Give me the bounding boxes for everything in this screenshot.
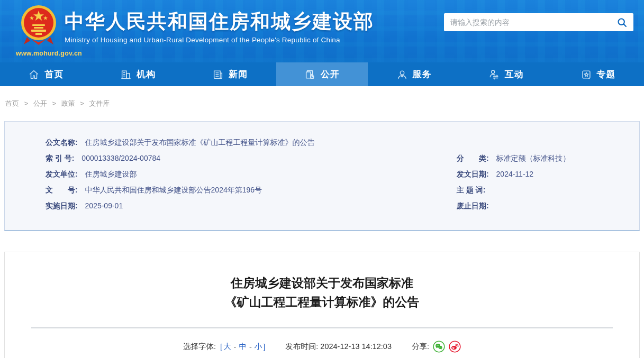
nav-item-label: 首页 xyxy=(44,68,64,80)
breadcrumb-item-home[interactable]: 首页 xyxy=(5,99,19,107)
site-url: www.mohurd.gov.cn xyxy=(16,50,61,57)
meta-row-category: 分 类: 标准定额（标准科技） xyxy=(457,150,639,166)
breadcrumb-separator: > xyxy=(52,99,56,107)
meta-value: 住房城乡建设部关于发布国家标准《矿山工程工程量计算标准》的公告 xyxy=(85,138,315,146)
nav-item-label: 专题 xyxy=(597,68,616,80)
meta-value: 000013338/2024-00784 xyxy=(81,154,160,162)
nav-item-label: 公开 xyxy=(321,68,340,80)
breadcrumb-separator: > xyxy=(80,99,84,107)
meta-value: 中华人民共和国住房和城乡建设部公告2024年第196号 xyxy=(85,186,262,194)
service-icon xyxy=(396,69,408,80)
topics-icon xyxy=(580,69,592,80)
meta-label: 发文单位: xyxy=(46,170,78,178)
meta-value: 2025-09-01 xyxy=(85,201,123,210)
meta-row-doc-name: 公文名称: 住房城乡建设部关于发布国家标准《矿山工程工程量计算标准》的公告 xyxy=(46,134,639,150)
meta-row-repeal-date: 废止日期: xyxy=(457,198,639,214)
title-divider xyxy=(31,327,613,328)
site-title: 中华人民共和国住房和城乡建设部 xyxy=(65,10,374,34)
font-size-small[interactable]: 小 xyxy=(255,342,262,352)
home-icon xyxy=(28,69,40,80)
meta-label: 分 类: xyxy=(457,154,489,162)
share-group: 分享: xyxy=(412,341,461,353)
national-emblem-icon xyxy=(20,3,58,47)
breadcrumb-item-policy[interactable]: 政策 xyxy=(61,99,75,107)
article-title: 住房城乡建设部关于发布国家标准 《矿山工程工程量计算标准》的公告 xyxy=(5,273,639,311)
site-header: www.mohurd.gov.cn 中华人民共和国住房和城乡建设部 Minist… xyxy=(0,0,644,62)
organization-icon xyxy=(120,69,132,80)
meta-label: 实施日期: xyxy=(46,201,78,210)
national-emblem: www.mohurd.gov.cn xyxy=(16,3,61,57)
breadcrumb-item-library[interactable]: 文件库 xyxy=(89,99,110,107)
nav-item-label: 新闻 xyxy=(229,68,248,80)
nav-item-services[interactable]: 服务 xyxy=(368,62,460,86)
meta-label: 文 号: xyxy=(46,186,78,194)
meta-value: 住房城乡建设部 xyxy=(85,170,137,178)
font-bracket-open: [ xyxy=(220,343,222,351)
share-wechat-button[interactable] xyxy=(433,341,445,353)
main-nav: 首页 机构 新闻 公开 服务 互 xyxy=(0,62,644,86)
nav-item-news[interactable]: 新闻 xyxy=(184,62,276,86)
font-bracket-close: ] xyxy=(263,343,265,351)
meta-row-subject-words: 主 题 词: xyxy=(457,182,639,198)
meta-row-effective-date: 实施日期: 2025-09-01 xyxy=(46,198,457,214)
meta-value: 2024-11-12 xyxy=(496,170,534,178)
site-subtitle: Ministry of Housing and Urban-Rural Deve… xyxy=(65,36,374,44)
nav-item-topics[interactable]: 专题 xyxy=(552,62,644,86)
font-size-selector: 选择字体: [ 大 - 中 - 小 ] xyxy=(183,342,265,352)
meta-label: 发文日期: xyxy=(457,170,489,178)
nav-item-home[interactable]: 首页 xyxy=(0,62,92,86)
interaction-icon xyxy=(488,69,500,80)
search-button[interactable] xyxy=(610,13,633,31)
document-metadata-panel: 公文名称: 住房城乡建设部关于发布国家标准《矿山工程工程量计算标准》的公告 索 … xyxy=(4,121,640,231)
disclosure-icon xyxy=(304,69,316,80)
breadcrumb-item-disclosure[interactable]: 公开 xyxy=(33,99,47,107)
font-size-large[interactable]: 大 xyxy=(223,342,231,352)
breadcrumb: 首页 > 公开 > 政策 > 文件库 xyxy=(0,86,644,108)
article-title-line2: 《矿山工程工程量计算标准》的公告 xyxy=(5,292,639,311)
meta-row-issue-date: 发文日期: 2024-11-12 xyxy=(457,166,639,182)
article-title-line1: 住房城乡建设部关于发布国家标准 xyxy=(5,273,639,292)
share-label: 分享: xyxy=(412,342,429,352)
nav-item-label: 服务 xyxy=(413,68,432,80)
font-size-dash: - xyxy=(249,343,252,351)
news-icon xyxy=(212,69,224,80)
publish-time-label: 发布时间: xyxy=(285,342,318,351)
search-input[interactable] xyxy=(444,18,610,26)
nav-item-label: 机构 xyxy=(137,68,156,80)
wechat-icon xyxy=(433,341,445,353)
meta-row-issuing-unit: 发文单位: 住房城乡建设部 xyxy=(46,166,457,182)
meta-row-index-number: 索 引 号: 000013338/2024-00784 xyxy=(46,150,457,166)
article-panel: 住房城乡建设部关于发布国家标准 《矿山工程工程量计算标准》的公告 选择字体: [… xyxy=(4,252,640,358)
publish-time: 发布时间: 2024-12-13 14:12:03 xyxy=(285,342,392,352)
publish-time-value: 2024-12-13 14:12:03 xyxy=(320,342,392,351)
meta-label: 索 引 号: xyxy=(46,154,74,162)
nav-item-disclosure[interactable]: 公开 xyxy=(276,62,368,86)
nav-item-organization[interactable]: 机构 xyxy=(92,62,184,86)
meta-value: 标准定额（标准科技） xyxy=(496,154,570,162)
nav-item-interaction[interactable]: 互动 xyxy=(460,62,552,86)
font-size-medium[interactable]: 中 xyxy=(239,342,247,352)
nav-item-label: 互动 xyxy=(505,68,524,80)
breadcrumb-separator: > xyxy=(24,99,29,107)
meta-label: 公文名称: xyxy=(46,138,78,146)
weibo-icon xyxy=(449,341,461,353)
meta-label: 废止日期: xyxy=(457,201,489,210)
search-box xyxy=(444,13,633,31)
meta-label: 主 题 词: xyxy=(457,186,485,194)
share-weibo-button[interactable] xyxy=(449,341,461,353)
search-icon xyxy=(616,17,628,28)
meta-row-doc-number: 文 号: 中华人民共和国住房和城乡建设部公告2024年第196号 xyxy=(46,182,457,198)
article-meta-row: 选择字体: [ 大 - 中 - 小 ] 发布时间: 2024-12-13 14:… xyxy=(5,341,639,353)
font-size-label: 选择字体: xyxy=(183,342,216,352)
font-size-dash: - xyxy=(234,343,237,351)
